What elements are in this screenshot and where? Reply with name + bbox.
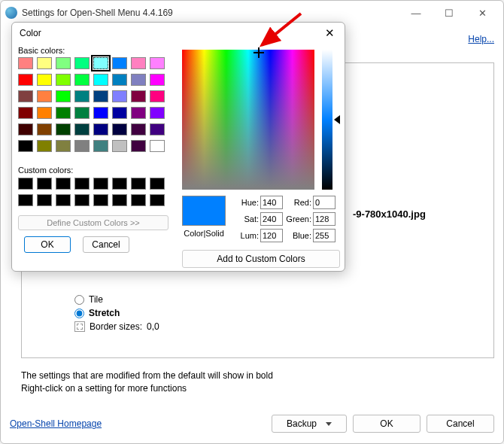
basic-color-swatch[interactable] bbox=[18, 123, 33, 135]
basic-color-swatch[interactable] bbox=[112, 140, 127, 152]
custom-color-swatch[interactable] bbox=[131, 194, 146, 206]
lum-input[interactable] bbox=[260, 229, 283, 242]
basic-color-swatch[interactable] bbox=[131, 57, 146, 69]
maximize-button[interactable]: ☐ bbox=[433, 2, 466, 23]
sat-input[interactable] bbox=[260, 212, 283, 226]
custom-color-swatch[interactable] bbox=[37, 178, 52, 190]
basic-color-swatch[interactable] bbox=[93, 140, 108, 152]
add-to-custom-button[interactable]: Add to Custom Colors bbox=[182, 250, 340, 268]
basic-color-swatch[interactable] bbox=[74, 107, 90, 119]
basic-color-swatch[interactable] bbox=[131, 107, 146, 119]
red-input[interactable] bbox=[313, 196, 335, 209]
homepage-link[interactable]: Open-Shell Homepage bbox=[10, 418, 102, 429]
help-link[interactable]: Help... bbox=[468, 34, 494, 44]
stretch-label: Stretch bbox=[89, 308, 120, 318]
custom-color-swatch[interactable] bbox=[112, 178, 127, 190]
custom-color-swatch[interactable] bbox=[150, 194, 165, 206]
basic-color-swatch[interactable] bbox=[150, 123, 165, 135]
custom-color-swatch[interactable] bbox=[56, 194, 71, 206]
basic-color-swatch[interactable] bbox=[150, 140, 165, 152]
basic-color-swatch[interactable] bbox=[37, 90, 52, 102]
close-button[interactable]: ✕ bbox=[466, 2, 499, 23]
basic-color-swatch[interactable] bbox=[150, 57, 165, 69]
border-sizes-row[interactable]: Border sizes: 0,0 bbox=[74, 321, 159, 332]
color-cancel-button[interactable]: Cancel bbox=[83, 236, 129, 253]
basic-color-swatch[interactable] bbox=[93, 57, 108, 69]
basic-color-swatch[interactable] bbox=[74, 74, 90, 86]
luminance-arrow-icon bbox=[334, 115, 340, 124]
basic-color-swatch[interactable] bbox=[56, 107, 71, 119]
basic-color-swatch[interactable] bbox=[74, 140, 90, 152]
ok-button[interactable]: OK bbox=[353, 415, 421, 433]
basic-color-swatch[interactable] bbox=[112, 123, 127, 135]
custom-color-swatch[interactable] bbox=[74, 178, 90, 190]
color-dialog-close-icon[interactable]: ✕ bbox=[322, 26, 337, 40]
basic-color-swatch[interactable] bbox=[18, 90, 33, 102]
basic-color-swatch[interactable] bbox=[131, 90, 146, 102]
define-custom-colors-button[interactable]: Define Custom Colors >> bbox=[18, 215, 169, 230]
stretch-option[interactable]: Stretch bbox=[74, 308, 120, 318]
basic-colors-label: Basic colors: bbox=[18, 46, 65, 55]
green-input[interactable] bbox=[313, 212, 335, 226]
basic-color-swatch[interactable] bbox=[56, 123, 71, 135]
picker-crosshair-icon bbox=[255, 49, 263, 56]
custom-color-swatch[interactable] bbox=[18, 194, 33, 206]
cancel-button[interactable]: Cancel bbox=[427, 415, 494, 433]
basic-color-swatch[interactable] bbox=[37, 57, 52, 69]
border-icon bbox=[74, 321, 85, 332]
tile-option[interactable]: Tile bbox=[74, 294, 103, 305]
basic-color-swatch[interactable] bbox=[93, 74, 108, 86]
backup-button[interactable]: Backup bbox=[272, 415, 347, 433]
custom-colors-grid bbox=[18, 178, 166, 208]
custom-color-swatch[interactable] bbox=[56, 178, 71, 190]
basic-color-swatch[interactable] bbox=[74, 123, 90, 135]
basic-color-swatch[interactable] bbox=[56, 90, 71, 102]
custom-color-swatch[interactable] bbox=[150, 178, 165, 190]
basic-color-swatch[interactable] bbox=[150, 74, 165, 86]
basic-color-swatch[interactable] bbox=[112, 107, 127, 119]
custom-color-swatch[interactable] bbox=[74, 194, 90, 206]
basic-color-swatch[interactable] bbox=[112, 57, 127, 69]
color-ok-button[interactable]: OK bbox=[24, 236, 71, 253]
basic-color-swatch[interactable] bbox=[131, 123, 146, 135]
hue-input[interactable] bbox=[260, 196, 283, 209]
basic-color-swatch[interactable] bbox=[18, 107, 33, 119]
custom-color-swatch[interactable] bbox=[112, 194, 127, 206]
color-dialog-titlebar: Color ✕ bbox=[12, 23, 345, 44]
basic-color-swatch[interactable] bbox=[150, 90, 165, 102]
basic-color-swatch[interactable] bbox=[56, 74, 71, 86]
tile-radio[interactable] bbox=[74, 295, 84, 305]
basic-color-swatch[interactable] bbox=[74, 90, 90, 102]
basic-color-swatch[interactable] bbox=[37, 74, 52, 86]
minimize-button[interactable]: — bbox=[399, 2, 433, 23]
custom-color-swatch[interactable] bbox=[93, 178, 108, 190]
custom-color-swatch[interactable] bbox=[37, 194, 52, 206]
basic-color-swatch[interactable] bbox=[56, 140, 71, 152]
basic-color-swatch[interactable] bbox=[18, 140, 33, 152]
color-preview bbox=[182, 196, 226, 226]
app-icon bbox=[5, 7, 17, 19]
color-picker-field[interactable] bbox=[182, 50, 314, 190]
basic-color-swatch[interactable] bbox=[150, 107, 165, 119]
basic-color-swatch[interactable] bbox=[37, 107, 52, 119]
basic-color-swatch[interactable] bbox=[93, 107, 108, 119]
basic-color-swatch[interactable] bbox=[37, 140, 52, 152]
basic-color-swatch[interactable] bbox=[131, 140, 146, 152]
luminance-bar[interactable] bbox=[322, 50, 332, 190]
blue-input[interactable] bbox=[313, 229, 335, 242]
basic-color-swatch[interactable] bbox=[37, 123, 52, 135]
basic-color-swatch[interactable] bbox=[93, 123, 108, 135]
basic-color-swatch[interactable] bbox=[18, 74, 33, 86]
basic-color-swatch[interactable] bbox=[56, 57, 71, 69]
basic-color-swatch[interactable] bbox=[131, 74, 146, 86]
hint-text: The settings that are modified from the … bbox=[21, 369, 273, 395]
basic-color-swatch[interactable] bbox=[112, 90, 127, 102]
basic-color-swatch[interactable] bbox=[74, 57, 90, 69]
basic-color-swatch[interactable] bbox=[93, 90, 108, 102]
basic-color-swatch[interactable] bbox=[112, 74, 127, 86]
stretch-radio[interactable] bbox=[74, 309, 84, 318]
custom-color-swatch[interactable] bbox=[93, 194, 108, 206]
custom-color-swatch[interactable] bbox=[131, 178, 146, 190]
custom-color-swatch[interactable] bbox=[18, 178, 33, 190]
basic-color-swatch[interactable] bbox=[18, 57, 33, 69]
